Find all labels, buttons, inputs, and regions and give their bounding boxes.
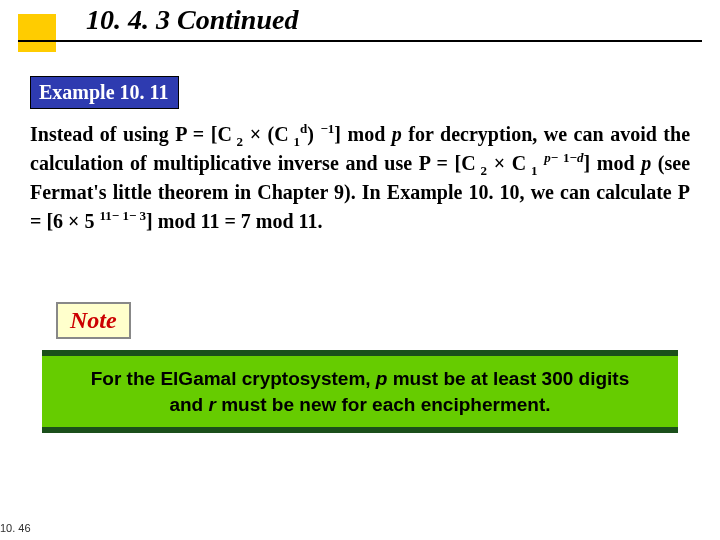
example-label-box: Example 10. 11 (30, 76, 179, 109)
example-label: Example 10. 11 (39, 81, 168, 103)
heading-accent-square (18, 14, 56, 52)
note-line-1: For the ElGamal cryptosystem, p must be … (70, 366, 650, 392)
heading-rule (18, 40, 702, 42)
page-number: 10. 46 (0, 522, 31, 534)
note-label: Note (70, 307, 117, 333)
slide-heading: 10. 4. 3 Continued (0, 0, 720, 62)
note-line-2: and r must be new for each encipherment. (70, 392, 650, 418)
heading-text: 10. 4. 3 Continued (86, 4, 298, 36)
body-paragraph: Instead of using P = [C 2 × (C 1d) −1] m… (30, 120, 690, 236)
note-panel: For the ElGamal cryptosystem, p must be … (42, 350, 678, 433)
note-label-box: Note (56, 302, 131, 339)
